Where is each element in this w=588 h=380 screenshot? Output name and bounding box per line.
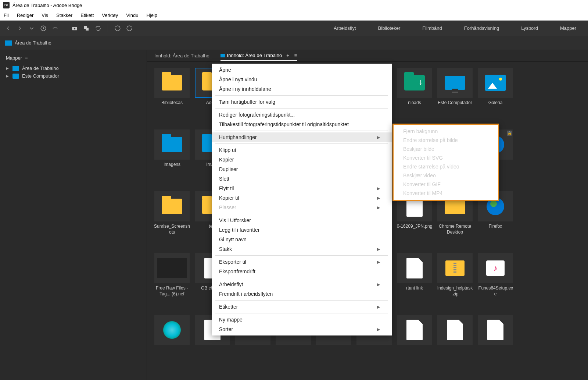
svg-point-2 xyxy=(74,28,76,29)
submenu-item[interactable]: Fjern bakgrunn xyxy=(394,127,498,136)
tab-content-right[interactable]: Innhold: Área de Trabalho + ≡ xyxy=(220,50,297,61)
grid-item[interactable] xyxy=(476,315,514,374)
grid-item[interactable] xyxy=(436,315,474,374)
ctx-item[interactable]: Legg til i favoritter xyxy=(212,225,392,235)
grid-item[interactable]: Free Raw Files - Tag... (6).nef xyxy=(153,253,191,312)
ctx-item[interactable]: Rediger fotograferingstidspunkt... xyxy=(212,110,392,120)
submenu-item[interactable]: Beskjær bilde xyxy=(394,145,498,153)
ctx-item[interactable]: Kopier xyxy=(212,155,392,164)
menu-rediger[interactable]: Rediger xyxy=(17,13,34,18)
menu-stakker[interactable]: Stakker xyxy=(56,13,72,18)
batch-icon[interactable] xyxy=(83,25,90,32)
workspace-arbeidsflyt[interactable]: Arbeidsflyt xyxy=(334,25,356,31)
ctx-item[interactable]: Dupliser xyxy=(212,164,392,174)
thumbnail[interactable] xyxy=(397,315,432,345)
ctx-item[interactable]: Eksportfremdrift xyxy=(212,267,392,276)
grid-item[interactable]: nloads xyxy=(395,68,434,127)
workspace-biblioteker[interactable]: Biblioteker xyxy=(378,25,401,31)
path-segment[interactable]: Área de Trabalho xyxy=(15,40,51,46)
thumbnail[interactable] xyxy=(154,129,190,160)
thumbnail[interactable] xyxy=(397,253,432,283)
title-bar: Br Área de Trabalho - Adobe Bridge xyxy=(0,0,588,10)
menu-fil[interactable]: Fil xyxy=(4,13,9,18)
add-tab-icon[interactable]: + xyxy=(286,53,289,58)
menu-vis[interactable]: Vis xyxy=(42,13,48,18)
menu-etikett[interactable]: Etikett xyxy=(80,13,94,18)
ctx-item[interactable]: Eksporter til▶ xyxy=(212,257,392,267)
boomerang-icon[interactable] xyxy=(51,25,59,32)
monitor-icon xyxy=(445,76,465,90)
panel-menu-icon[interactable]: ≡ xyxy=(25,55,28,61)
chevron-down-icon[interactable] xyxy=(28,25,35,32)
thumbnail[interactable] xyxy=(437,253,473,283)
ctx-item[interactable]: Flytt til▶ xyxy=(212,184,392,193)
ctx-item[interactable]: Klipp ut xyxy=(212,145,392,155)
separator xyxy=(215,143,388,144)
grid-item[interactable] xyxy=(153,315,191,374)
ctx-label: Plasser xyxy=(219,205,236,210)
refresh-icon[interactable] xyxy=(94,25,102,32)
ctx-item[interactable]: Slett xyxy=(212,174,392,184)
expand-arrow-icon[interactable]: ▶ xyxy=(6,74,10,78)
ctx-item[interactable]: Fremdrift i arbeidsflyten xyxy=(212,289,392,299)
thumbnail[interactable] xyxy=(154,315,190,345)
nav-forward-icon[interactable] xyxy=(16,25,24,32)
grid-item[interactable]: iTunes64Setup.exe xyxy=(476,253,514,312)
rotate-ccw-icon[interactable] xyxy=(114,25,121,32)
grid-item[interactable]: Indesign_helptask.zip xyxy=(436,253,474,312)
grid-item[interactable]: Bibliotecas xyxy=(153,68,191,127)
workspace-filmbånd[interactable]: Filmbånd xyxy=(422,25,442,31)
history-icon[interactable] xyxy=(40,25,47,32)
ctx-item[interactable]: Vis i Utforsker xyxy=(212,216,392,225)
tree-item[interactable]: ▶Área de Trabalho xyxy=(4,64,142,72)
ctx-item[interactable]: Åpne i ny innholdsfane xyxy=(212,84,392,94)
menu-vindu[interactable]: Vindu xyxy=(126,13,138,18)
ctx-item[interactable]: Åpne xyxy=(212,65,392,75)
ctx-item[interactable]: Sorter▶ xyxy=(212,324,392,334)
nav-back-icon[interactable] xyxy=(4,25,12,32)
ctx-item[interactable]: Tøm hurtigbuffer for valg xyxy=(212,97,392,107)
ctx-item[interactable]: Tilbakestill fotograferingstidspunktet t… xyxy=(212,120,392,129)
ctx-item[interactable]: Etiketter▶ xyxy=(212,302,392,312)
tree-item[interactable]: ▶Este Computador xyxy=(4,72,142,80)
submenu-item[interactable]: Konverter til SVG xyxy=(394,153,498,162)
menu-hjelp[interactable]: Hjelp xyxy=(146,13,157,18)
ctx-item[interactable]: Kopier til▶ xyxy=(212,193,392,203)
grid-item[interactable]: Sunrise_Screenshots xyxy=(153,191,191,250)
thumbnail[interactable] xyxy=(154,191,190,221)
thumbnail[interactable] xyxy=(154,253,190,283)
thumbnail[interactable] xyxy=(478,253,513,283)
ctx-item[interactable]: Arbeidsflyt▶ xyxy=(212,280,392,289)
submenu-item[interactable]: Konverter til MP4 xyxy=(394,189,498,198)
rotate-cw-icon[interactable] xyxy=(126,25,133,32)
grid-item[interactable]: Galeria xyxy=(476,68,514,127)
tab-menu-icon[interactable]: ≡ xyxy=(294,53,297,58)
file-icon xyxy=(406,320,423,340)
thumbnail[interactable] xyxy=(437,315,473,345)
expand-arrow-icon[interactable]: ▶ xyxy=(6,66,10,70)
grid-item[interactable]: rtant link xyxy=(395,253,434,312)
ctx-item[interactable]: Stakk▶ xyxy=(212,244,392,254)
ctx-item[interactable]: Åpne i nytt vindu xyxy=(212,75,392,84)
submenu-item[interactable]: Endre størrelse på bilde xyxy=(394,136,498,145)
grid-item[interactable] xyxy=(395,315,434,374)
ctx-item[interactable]: Hurtighandlinger▶ xyxy=(212,132,392,142)
workspace-mapper[interactable]: Mapper xyxy=(560,25,576,31)
workspace-forhåndsvisning[interactable]: Forhåndsvisning xyxy=(464,25,499,31)
submenu-item[interactable]: Endre størrelse på video xyxy=(394,162,498,171)
thumbnail[interactable] xyxy=(154,68,190,98)
thumbnail[interactable] xyxy=(397,68,432,98)
ctx-item[interactable]: Ny mappe xyxy=(212,315,392,324)
grid-item[interactable]: Este Computador xyxy=(436,68,474,127)
submenu-item[interactable]: Konverter til GIF xyxy=(394,180,498,189)
menu-verktøy[interactable]: Verktøy xyxy=(102,13,118,18)
grid-item[interactable]: Imagens xyxy=(153,129,191,188)
thumbnail[interactable] xyxy=(478,315,513,345)
thumbnail[interactable] xyxy=(478,68,513,98)
thumbnail[interactable] xyxy=(437,68,473,98)
submenu-item[interactable]: Beskjær video xyxy=(394,171,498,180)
workspace-lysbord[interactable]: Lysbord xyxy=(521,25,538,31)
camera-icon[interactable] xyxy=(71,25,78,32)
tab-content-left[interactable]: Innhold: Área de Trabalho xyxy=(154,51,209,61)
ctx-item[interactable]: Gi nytt navn xyxy=(212,235,392,244)
